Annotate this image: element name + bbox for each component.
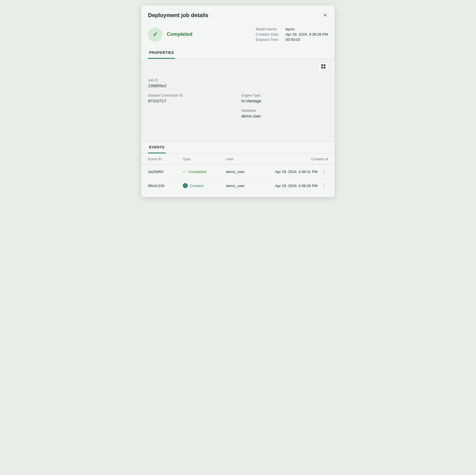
elapsed-time-row: Elapsed Time 00:00:03: [256, 38, 328, 42]
creation-date-key: Creation Date: [256, 32, 283, 36]
database-label: Database: [241, 109, 328, 113]
engine-type-value: In-Vantage: [241, 98, 328, 103]
modal-title: Deployment job details: [148, 12, 208, 18]
modal-header: Deployment job details ×: [141, 6, 335, 24]
type-label: Created: [190, 184, 203, 188]
engine-type-field: Engine Type In-Vantage: [241, 94, 328, 103]
col-created-at: Created at: [257, 154, 335, 165]
events-table: Event ID Type User Created at 3a26df93✓C…: [141, 154, 335, 193]
event-id-cell: 88e2c239: [141, 179, 176, 193]
events-table-header-row: Event ID Type User Created at: [141, 154, 335, 165]
creation-date-row: Creation Date Apr 29, 2024, 4:38:28 PM: [256, 32, 328, 36]
job-id-label: Job ID: [148, 78, 328, 82]
dataset-connection-id-label: Dataset Connection ID: [148, 94, 235, 97]
deployment-job-details-modal: Deployment job details × ✓ Completed Mod…: [141, 6, 335, 197]
model-name-val: byom: [285, 27, 295, 31]
status-circle: ✓: [148, 27, 162, 42]
bottom-spacer: [141, 193, 335, 197]
properties-section: Job ID 136805e2 Dataset Connection ID 87…: [141, 59, 335, 130]
type-cell: ✓Completed: [176, 165, 220, 179]
properties-tabs: PROPERTIES: [141, 47, 335, 59]
events-section: EVENTS Event ID Type User Created at 3a2…: [141, 142, 335, 193]
elapsed-time-val: 00:00:03: [285, 38, 300, 42]
grid-view-toggle-button[interactable]: [319, 62, 328, 71]
user-cell: demo_user: [220, 165, 257, 179]
elapsed-time-key: Elapsed Time: [256, 38, 283, 42]
user-cell: demo_user: [220, 179, 257, 193]
job-id-value: 136805e2: [148, 83, 328, 88]
database-value: demo user: [241, 114, 328, 118]
events-tabs: EVENTS: [141, 142, 335, 154]
completed-icon: ✓: [183, 169, 186, 174]
col-user: User: [220, 154, 257, 165]
tab-properties[interactable]: PROPERTIES: [148, 47, 175, 59]
created-at-cell: Apr 29, 2024, 4:38:31 PM⋮: [257, 165, 335, 179]
engine-type-label: Engine Type: [241, 94, 328, 97]
date-cell-wrapper: Apr 29, 2024, 4:38:28 PM⋮: [263, 183, 328, 189]
status-label: Completed: [167, 31, 192, 37]
created-icon: !: [183, 183, 188, 188]
database-field: Database demo user: [241, 109, 328, 118]
grid-icon: [321, 64, 326, 69]
event-id-cell: 3a26df93: [141, 165, 176, 179]
job-id-field: Job ID 136805e2: [148, 78, 328, 88]
dataset-connection-id-value: 87310717: [148, 98, 235, 103]
spacer: [141, 130, 335, 142]
view-toggle-row: [148, 59, 328, 74]
date-text: Apr 29, 2024, 4:38:31 PM: [275, 170, 318, 174]
tab-events[interactable]: EVENTS: [148, 142, 166, 153]
created-at-cell: Apr 29, 2024, 4:38:28 PM⋮: [257, 179, 335, 193]
status-meta: Model Name byom Creation Date Apr 29, 20…: [256, 27, 328, 42]
type-label: Completed: [188, 170, 206, 174]
props-two-col: Dataset Connection ID 87310717 Engine Ty…: [148, 94, 328, 124]
close-button[interactable]: ×: [322, 11, 328, 19]
status-section: ✓ Completed Model Name byom Creation Dat…: [141, 24, 335, 47]
status-left: ✓ Completed: [148, 27, 192, 42]
model-name-key: Model Name: [256, 27, 283, 31]
date-text: Apr 29, 2024, 4:38:28 PM: [275, 184, 318, 188]
table-row: 3a26df93✓Completeddemo_userApr 29, 2024,…: [141, 165, 335, 179]
properties-card: Job ID 136805e2 Dataset Connection ID 87…: [148, 74, 328, 124]
date-cell-wrapper: Apr 29, 2024, 4:38:31 PM⋮: [263, 169, 328, 175]
table-row: 88e2c239!Createddemo_userApr 29, 2024, 4…: [141, 179, 335, 193]
col-event-id: Event ID: [141, 154, 176, 165]
check-icon: ✓: [153, 31, 158, 38]
model-name-row: Model Name byom: [256, 27, 328, 31]
more-options-button[interactable]: ⋮: [320, 183, 328, 189]
type-cell: !Created: [176, 179, 220, 193]
col-type: Type: [176, 154, 220, 165]
creation-date-val: Apr 29, 2024, 4:38:28 PM: [285, 32, 328, 36]
more-options-button[interactable]: ⋮: [320, 169, 328, 175]
dataset-connection-id-field: Dataset Connection ID 87310717: [148, 94, 235, 118]
